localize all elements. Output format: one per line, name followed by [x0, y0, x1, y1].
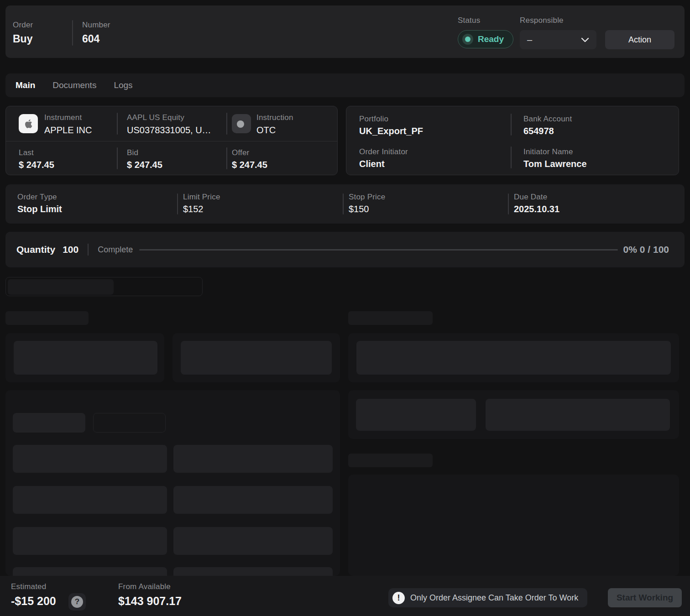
instruction-field: Instruction OTC [256, 113, 293, 136]
cell-divider [226, 147, 227, 169]
skeleton-block [356, 399, 476, 431]
skeleton-block [356, 341, 671, 375]
offer-price-field: Offer $ 247.45 [232, 148, 267, 170]
portfolio-field: Portfolio UK_Export_PF [359, 115, 423, 136]
instrument-value: APPLE INC [44, 125, 92, 136]
order-side-label: Order [13, 21, 33, 30]
start-working-label: Start Working [617, 593, 673, 603]
skeleton-segmented-control [5, 277, 203, 296]
skeleton-card [348, 333, 679, 382]
order-type-label: Order Type [17, 193, 62, 202]
order-initiator-value: Client [359, 159, 408, 169]
status-badge: Ready [458, 30, 513, 48]
order-number-label: Number [82, 21, 110, 30]
equity-field: AAPL US Equity US0378331005, U… [127, 113, 211, 136]
status-label: Status [458, 16, 480, 25]
responsible-label: Responsible [520, 16, 564, 25]
complete-label: Complete [98, 245, 133, 255]
order-header: Order Buy Number 604 Status Ready Respon… [5, 5, 685, 58]
from-available-label: From Available [118, 582, 171, 591]
due-date-field: Due Date 2025.10.31 [514, 193, 559, 214]
skeleton-block [13, 445, 167, 473]
help-icon[interactable]: ? [68, 593, 86, 611]
skeleton-outline-block [93, 413, 166, 433]
status-value: Ready [478, 34, 504, 44]
portfolio-label: Portfolio [359, 115, 423, 124]
apple-logo-icon [19, 114, 38, 133]
order-side-value: Buy [13, 33, 33, 45]
footer-bar: Estimated -$15 200 ? From Available $143… [0, 576, 690, 616]
order-type-field: Order Type Stop Limit [17, 193, 62, 214]
limit-price-field: Limit Price $152 [183, 193, 220, 214]
bank-account-value: 654978 [523, 126, 572, 136]
instruction-value: OTC [256, 125, 293, 136]
skeleton-panel [5, 390, 340, 576]
cell-divider [226, 113, 227, 135]
offer-value: $ 247.45 [232, 160, 267, 170]
cell-divider [511, 114, 512, 136]
skeleton-block [13, 413, 85, 433]
skeleton-block [14, 341, 157, 375]
start-working-button[interactable]: Start Working [608, 588, 682, 607]
tab-logs[interactable]: Logs [114, 80, 132, 90]
skeleton-block [13, 486, 167, 514]
responsible-select[interactable]: – [520, 30, 596, 49]
tab-main[interactable]: Main [16, 80, 35, 90]
bid-price-field: Bid $ 247.45 [127, 148, 162, 170]
skeleton-segment [8, 279, 114, 295]
order-initiator-field: Order Initiator Client [359, 147, 408, 169]
initiator-name-value: Tom Lawrence [523, 159, 587, 169]
bid-value: $ 247.45 [127, 160, 162, 170]
order-params-card: Order Type Stop Limit Limit Price $152 S… [5, 184, 685, 224]
skeleton-block [13, 527, 167, 555]
portfolio-value: UK_Export_PF [359, 126, 423, 136]
tab-bar: Main Documents Logs [5, 73, 685, 97]
instrument-card: Instrument APPLE INC AAPL US Equity US03… [5, 106, 338, 175]
portfolio-card: Portfolio UK_Export_PF Bank Account 6549… [346, 106, 679, 175]
status-dot-icon [465, 37, 470, 42]
skeleton-label [5, 311, 89, 325]
alert-icon: ! [392, 592, 405, 604]
instruction-label: Instruction [256, 113, 293, 122]
from-available-value: $143 907.17 [118, 595, 182, 608]
cell-divider [177, 193, 178, 214]
estimated-label: Estimated [11, 582, 46, 591]
equity-label: AAPL US Equity [127, 113, 211, 122]
quantity-card: Quantity 100 Complete 0% 0 / 100 [5, 232, 685, 267]
cell-divider [343, 193, 344, 214]
progress-text: 0% 0 / 100 [623, 244, 669, 255]
stop-price-label: Stop Price [349, 193, 385, 202]
last-value: $ 247.45 [19, 160, 54, 170]
header-divider [72, 20, 73, 46]
skeleton-card [348, 390, 679, 439]
assignee-notice-text: Only Order Assignee Can Take Order To Wo… [410, 593, 578, 603]
limit-price-value: $152 [183, 204, 220, 214]
last-label: Last [19, 148, 54, 157]
action-button-label: Action [628, 35, 651, 45]
skeleton-block [13, 567, 167, 576]
initiator-name-field: Initiator Name Tom Lawrence [523, 147, 587, 169]
due-date-label: Due Date [514, 193, 559, 202]
status-dot-ring [462, 34, 473, 45]
equity-value: US0378331005, U… [127, 125, 211, 136]
skeleton-block [181, 341, 332, 375]
cell-divider [117, 147, 118, 169]
last-price-field: Last $ 247.45 [19, 148, 54, 170]
quantity-label: Quantity [16, 244, 55, 255]
initiator-name-label: Initiator Name [523, 147, 587, 157]
cell-divider [508, 193, 509, 214]
action-button[interactable]: Action [605, 30, 674, 49]
stop-price-field: Stop Price $150 [349, 193, 385, 214]
skeleton-label [348, 454, 433, 467]
skeleton-block [173, 527, 333, 555]
skeleton-card [5, 333, 164, 382]
bid-label: Bid [127, 148, 162, 157]
tab-documents[interactable]: Documents [52, 80, 96, 90]
skeleton-block [173, 445, 333, 473]
assignee-notice: ! Only Order Assignee Can Take Order To … [388, 588, 587, 607]
cell-divider [511, 146, 512, 168]
question-mark-icon: ? [71, 596, 83, 608]
bank-account-label: Bank Account [523, 115, 572, 124]
instruction-dot-icon [237, 120, 244, 128]
skeleton-block [486, 399, 670, 431]
